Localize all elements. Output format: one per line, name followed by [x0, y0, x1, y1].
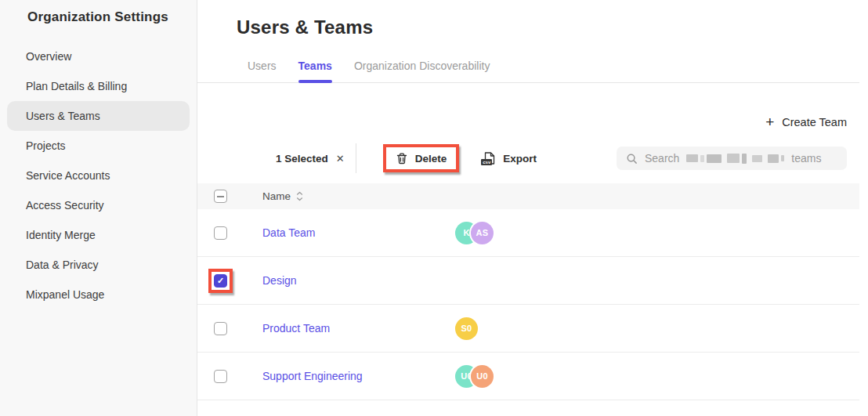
sidebar-item-service-accounts[interactable]: Service Accounts — [7, 161, 190, 190]
name-header-label: Name — [262, 190, 291, 202]
row-checkbox-cell — [214, 364, 262, 389]
search-placeholder-suffix: teams — [791, 152, 821, 165]
delete-button[interactable]: Delete — [386, 147, 457, 169]
checkbox-annotation-box: ✓ — [208, 269, 233, 293]
sidebar-item-label: Data & Privacy — [26, 259, 99, 271]
row-checkbox[interactable] — [214, 322, 227, 335]
row-name-cell: Design — [262, 273, 455, 288]
sidebar-item-projects[interactable]: Projects — [7, 131, 190, 161]
row-name-cell: Support Engineering — [262, 369, 455, 383]
plus-icon: + — [765, 117, 774, 128]
header-checkbox-cell — [214, 190, 262, 203]
team-name-link[interactable]: Product Team — [262, 322, 330, 335]
sidebar-item-label: Overview — [26, 50, 71, 63]
sidebar-item-label: Identity Merge — [26, 229, 96, 241]
create-team-label: Create Team — [782, 116, 847, 128]
page: Organization Settings Overview Plan Deta… — [0, 0, 868, 416]
avatar-group: U0U0 — [455, 365, 859, 388]
select-all-checkbox[interactable] — [214, 190, 227, 203]
selection-toolbar: 1 Selected ✕ Delete — [197, 143, 859, 174]
trash-icon — [396, 152, 408, 165]
delete-label: Delete — [415, 153, 447, 165]
selected-count-label: 1 Selected — [276, 153, 328, 165]
sidebar-item-mixpanel-usage[interactable]: Mixpanel Usage — [7, 280, 190, 309]
actions-row: + Create Team — [197, 83, 859, 128]
row-checkbox-cell — [214, 317, 262, 341]
team-name-link[interactable]: Data Team — [262, 226, 315, 239]
table-row: Product Team S0 — [197, 305, 859, 353]
checkbox-annotation-box — [208, 221, 233, 245]
avatar: U0 — [471, 365, 494, 388]
main-content: Users & Teams Users Teams Organization D… — [197, 0, 868, 416]
team-name-link[interactable]: Design — [262, 274, 297, 287]
sidebar: Organization Settings Overview Plan Deta… — [0, 0, 197, 416]
export-label: Export — [503, 153, 537, 165]
avatar-group: S0 — [455, 317, 859, 340]
row-name-cell: Data Team — [262, 226, 455, 240]
search-input[interactable]: Search teams — [617, 147, 847, 170]
table-row: Data Team KAS — [197, 209, 859, 257]
sidebar-nav: Overview Plan Details & Billing Users & … — [0, 42, 197, 309]
checkbox-annotation-box — [208, 317, 233, 341]
sidebar-item-plan-details-billing[interactable]: Plan Details & Billing — [7, 71, 190, 101]
table-row: ✓ Design — [197, 257, 859, 305]
row-name-cell: Product Team — [262, 321, 455, 335]
page-title: Users & Teams — [237, 16, 859, 38]
avatar: S0 — [455, 317, 478, 340]
tab-teams[interactable]: Teams — [288, 60, 343, 82]
export-button[interactable]: csv Export — [483, 151, 537, 165]
team-name-link[interactable]: Support Engineering — [262, 370, 363, 382]
sidebar-item-label: Service Accounts — [26, 169, 110, 182]
sidebar-item-users-teams[interactable]: Users & Teams — [7, 101, 190, 131]
sidebar-item-access-security[interactable]: Access Security — [7, 190, 190, 220]
row-checkbox[interactable] — [214, 226, 227, 240]
redacted-text — [686, 154, 784, 164]
search-placeholder-prefix: Search — [645, 152, 679, 165]
sidebar-item-label: Mixpanel Usage — [26, 288, 104, 301]
tab-bar: Users Teams Organization Discoverability — [197, 60, 859, 83]
table-body: Data Team KAS ✓ Design Product Team S0 — [197, 209, 859, 400]
tab-users[interactable]: Users — [237, 60, 288, 82]
search-icon — [626, 153, 638, 165]
name-column-header[interactable]: Name — [262, 190, 455, 202]
row-checkbox-cell — [214, 221, 262, 245]
table-row: Support Engineering U0U0 — [197, 353, 859, 400]
table-header: Name — [197, 183, 859, 209]
row-checkbox[interactable]: ✓ — [214, 274, 227, 288]
avatar-group: KAS — [455, 222, 859, 244]
sidebar-item-label: Plan Details & Billing — [26, 80, 127, 92]
sidebar-item-data-privacy[interactable]: Data & Privacy — [7, 250, 190, 280]
tab-organization-discoverability[interactable]: Organization Discoverability — [343, 60, 501, 82]
sort-icon — [296, 191, 303, 201]
sidebar-item-overview[interactable]: Overview — [7, 42, 190, 71]
sidebar-item-label: Access Security — [26, 199, 104, 212]
toolbar-divider — [356, 143, 356, 173]
row-checkbox[interactable] — [214, 370, 227, 383]
sidebar-item-identity-merge[interactable]: Identity Merge — [7, 220, 190, 250]
sidebar-item-label: Users & Teams — [26, 110, 100, 122]
delete-annotation-box: Delete — [383, 144, 460, 172]
checkbox-annotation-box — [208, 364, 233, 389]
avatar: AS — [471, 222, 494, 244]
sidebar-title: Organization Settings — [0, 9, 197, 25]
csv-file-icon: csv — [483, 151, 496, 165]
sidebar-item-label: Projects — [26, 139, 66, 152]
create-team-button[interactable]: + Create Team — [765, 116, 847, 128]
csv-tag-label: csv — [481, 159, 492, 165]
clear-selection-icon[interactable]: ✕ — [336, 153, 345, 165]
row-checkbox-cell: ✓ — [214, 269, 262, 293]
